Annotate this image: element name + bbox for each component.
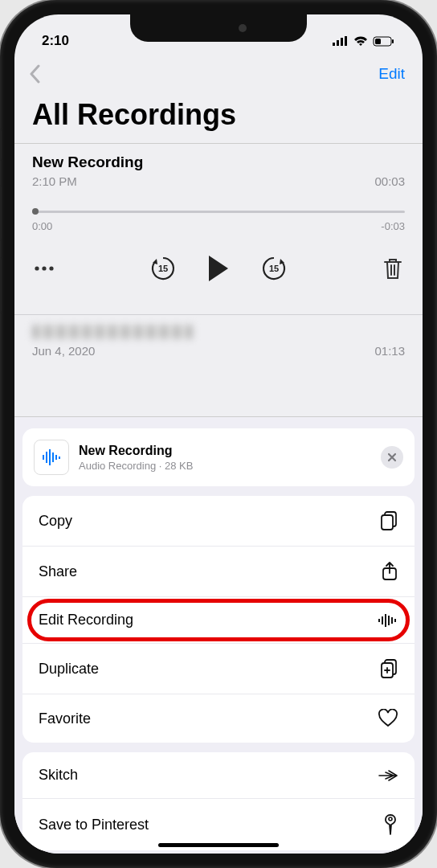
svg-rect-5	[375, 39, 381, 44]
playback-controls: 15 15	[32, 232, 405, 306]
phone-volume-down	[0, 257, 2, 313]
notch	[130, 14, 307, 42]
svg-rect-15	[52, 452, 54, 462]
svg-rect-25	[391, 617, 393, 624]
menu-label: Favorite	[39, 710, 91, 727]
recording-date: Jun 4, 2020	[32, 344, 95, 358]
action-sheet: New Recording Audio Recording · 28 KB Co…	[14, 416, 423, 854]
play-button[interactable]	[209, 256, 228, 281]
recording-duration: 01:13	[374, 344, 405, 358]
home-indicator[interactable]	[158, 843, 279, 847]
page-title: All Recordings	[14, 88, 423, 143]
svg-point-9	[49, 266, 53, 270]
recording-time: 2:10 PM	[32, 174, 77, 188]
svg-rect-17	[59, 457, 60, 459]
nav-bar: Edit	[14, 56, 423, 88]
svg-rect-26	[394, 619, 396, 622]
svg-point-29	[389, 817, 392, 821]
menu-item-favorite[interactable]: Favorite	[22, 694, 415, 743]
svg-rect-14	[49, 449, 51, 465]
svg-rect-13	[46, 452, 47, 463]
scrub-elapsed: 0:00	[32, 220, 52, 232]
svg-rect-23	[385, 614, 386, 627]
copy-icon	[379, 510, 398, 531]
battery-icon	[373, 36, 395, 47]
recording-title-redacted	[32, 325, 193, 339]
waveform-icon	[378, 612, 398, 628]
svg-rect-1	[337, 40, 339, 46]
menu-item-edit-recording[interactable]: Edit Recording	[22, 596, 415, 643]
screen: 2:10 Edit All Recordings	[14, 14, 423, 854]
svg-rect-0	[333, 43, 335, 46]
menu-item-skitch[interactable]: Skitch	[22, 752, 415, 798]
svg-text:15: 15	[269, 264, 279, 273]
sheet-menu-secondary: Skitch Save to Pinterest	[22, 752, 415, 850]
phone-volume-up	[0, 185, 2, 241]
phone-mute-switch	[0, 129, 2, 161]
skip-back-button[interactable]: 15	[149, 255, 177, 282]
delete-button[interactable]	[382, 256, 403, 280]
heart-icon	[378, 709, 398, 728]
audio-thumbnail-icon	[34, 440, 69, 475]
svg-point-8	[42, 266, 46, 270]
recording-list-item[interactable]: Jun 4, 2020 01:13	[14, 314, 423, 369]
cellular-icon	[333, 36, 349, 46]
svg-rect-22	[382, 616, 383, 624]
pin-icon	[382, 813, 398, 836]
sheet-subtitle: Audio Recording · 28 KB	[79, 460, 193, 472]
sheet-header: New Recording Audio Recording · 28 KB	[22, 428, 415, 486]
menu-label: Duplicate	[39, 661, 99, 678]
svg-text:15: 15	[158, 264, 168, 273]
skip-forward-button[interactable]: 15	[260, 255, 288, 282]
recording-title: New Recording	[32, 154, 143, 171]
svg-rect-2	[341, 38, 343, 46]
menu-label: Copy	[39, 513, 72, 530]
duplicate-icon	[379, 658, 398, 679]
feather-icon	[378, 768, 398, 784]
recording-duration: 00:03	[374, 174, 405, 188]
share-icon	[381, 561, 398, 582]
svg-rect-16	[55, 455, 57, 460]
svg-point-7	[35, 266, 39, 270]
svg-rect-24	[388, 616, 390, 625]
menu-label: Skitch	[39, 767, 78, 784]
svg-rect-3	[345, 36, 347, 46]
svg-rect-19	[382, 515, 393, 530]
edit-button[interactable]: Edit	[378, 65, 405, 83]
sheet-menu-primary: Copy Share Edit Recording	[22, 496, 415, 743]
svg-rect-6	[392, 39, 394, 43]
sheet-title: New Recording	[79, 444, 193, 458]
menu-label: Edit Recording	[39, 612, 133, 628]
phone-frame: 2:10 Edit All Recordings	[0, 0, 437, 868]
menu-item-copy[interactable]: Copy	[22, 496, 415, 546]
menu-item-duplicate[interactable]: Duplicate	[22, 643, 415, 694]
status-time: 2:10	[42, 33, 69, 49]
scrubber[interactable]	[32, 207, 405, 215]
back-button[interactable]	[29, 64, 42, 84]
svg-rect-12	[43, 455, 44, 460]
svg-rect-21	[378, 619, 380, 622]
current-recording[interactable]: New Recording 2:10 PM 00:03 0:00 -0:03	[14, 144, 423, 314]
menu-label: Share	[39, 563, 77, 580]
more-options-button[interactable]	[34, 265, 55, 272]
menu-label: Save to Pinterest	[39, 817, 149, 833]
scrubber-handle[interactable]	[32, 208, 39, 215]
close-sheet-button[interactable]	[381, 446, 403, 469]
wifi-icon	[353, 36, 368, 47]
menu-item-share[interactable]: Share	[22, 546, 415, 596]
scrub-remaining: -0:03	[381, 220, 405, 232]
